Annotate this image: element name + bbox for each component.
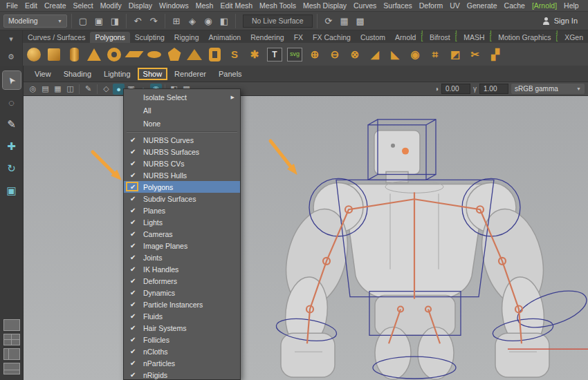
- menu-item-ncloths[interactable]: ✔nCloths: [124, 345, 240, 357]
- shelf-icon-separate[interactable]: ◣: [386, 46, 404, 64]
- shelf-tab-mash[interactable]: MASH: [459, 32, 489, 43]
- grease-pencil-icon[interactable]: ✎: [82, 84, 94, 95]
- panel-menu-view[interactable]: View: [29, 68, 57, 80]
- layout-split-pane-button[interactable]: [3, 363, 20, 374]
- shelf-icon-extrude[interactable]: ⌗: [426, 46, 444, 64]
- menu-item-cameras[interactable]: ✔Cameras: [124, 228, 240, 240]
- snap-point-icon[interactable]: ◉: [201, 14, 215, 28]
- redo-icon[interactable]: ↷: [147, 14, 160, 28]
- menu-select[interactable]: Select: [70, 1, 97, 10]
- shelf-tab-curves-surfaces[interactable]: Curves / Surfaces: [23, 32, 90, 43]
- menu-item-deformers[interactable]: ✔Deformers: [124, 275, 240, 287]
- menu-item-none[interactable]: None: [124, 117, 240, 130]
- shelf-icon-poly-cone[interactable]: [85, 46, 103, 64]
- menu-cache[interactable]: Cache: [501, 1, 529, 10]
- menu-item-nurbs-surfaces[interactable]: ✔NURBS Surfaces: [124, 146, 240, 158]
- shelf-tab-fx-caching[interactable]: FX Caching: [308, 32, 356, 43]
- menu-edit-mesh[interactable]: Edit Mesh: [217, 1, 256, 10]
- shelf-tab-rigging[interactable]: Rigging: [169, 32, 204, 43]
- shelf-icon-quad-draw[interactable]: ▞: [486, 46, 504, 64]
- shelf-tab-bifrost[interactable]: Bifrost: [425, 32, 455, 43]
- exposure-field[interactable]: 0.00: [441, 84, 470, 94]
- layout-single-pane-button[interactable]: [3, 319, 20, 331]
- menu-modify[interactable]: Modify: [97, 1, 125, 10]
- menu-item-nurbs-hulls[interactable]: ✔NURBS Hulls: [124, 169, 240, 181]
- menu-edit[interactable]: Edit: [21, 1, 41, 10]
- construction-history-icon[interactable]: ⟳: [322, 14, 336, 28]
- menu-deform[interactable]: Deform: [416, 1, 446, 10]
- wireframe-icon[interactable]: ◇: [100, 84, 112, 95]
- lasso-tool[interactable]: ◌: [3, 93, 21, 111]
- panel-menu-shading[interactable]: Shading: [58, 68, 97, 80]
- menu-item-polygons[interactable]: ✔ Polygons: [124, 181, 240, 193]
- menu-create[interactable]: Create: [41, 1, 70, 10]
- save-scene-icon[interactable]: ◨: [108, 14, 122, 28]
- menu-item-lights[interactable]: ✔Lights: [124, 216, 240, 228]
- menu-item-follicles[interactable]: ✔Follicles: [124, 334, 240, 345]
- menu-item-particle-instancers[interactable]: ✔Particle Instancers: [124, 298, 240, 310]
- bookmark-icon[interactable]: ▤: [39, 84, 51, 95]
- shelf-icon-poly-pipe[interactable]: [205, 46, 223, 64]
- snap-plane-icon[interactable]: ◧: [217, 14, 231, 28]
- shelf-tab-rendering[interactable]: Rendering: [246, 32, 288, 43]
- menu-item-planes[interactable]: ✔Planes: [124, 205, 240, 216]
- panel-menu-lighting[interactable]: Lighting: [98, 68, 136, 80]
- two-d-pan-icon[interactable]: ◫: [64, 84, 76, 95]
- select-tool[interactable]: ➤: [3, 71, 21, 89]
- shelf-icon-combine[interactable]: ◢: [366, 46, 384, 64]
- menu-item-all[interactable]: All: [124, 104, 240, 117]
- menu-file[interactable]: File: [3, 1, 21, 10]
- shelf-icon-poly-platonic[interactable]: [165, 46, 183, 64]
- image-plane-icon[interactable]: ▦: [52, 84, 64, 95]
- menu-item-dynamics[interactable]: ✔Dynamics: [124, 287, 240, 298]
- panel-menu-renderer[interactable]: Renderer: [169, 68, 212, 80]
- panel-menu-show[interactable]: Show: [138, 68, 168, 80]
- rotate-tool[interactable]: ↻: [3, 160, 21, 178]
- move-tool[interactable]: ✚: [3, 137, 21, 155]
- menu-item-subdiv-surfaces[interactable]: ✔Subdiv Surfaces: [124, 193, 240, 205]
- menu-arnold[interactable]: [Arnold]: [529, 1, 560, 10]
- shelf-icon-svg-tool[interactable]: svg: [286, 46, 304, 64]
- menu-generate[interactable]: Generate: [463, 1, 501, 10]
- shelf-icon-poly-gear[interactable]: ✱: [246, 46, 264, 64]
- shelf-icon-poly-plane[interactable]: [125, 46, 143, 64]
- panel-menu-panels[interactable]: Panels: [213, 68, 248, 80]
- menu-uv[interactable]: UV: [446, 1, 463, 10]
- shelf-tab-arnold[interactable]: Arnold: [390, 32, 421, 43]
- render-icon[interactable]: ▦: [338, 14, 351, 28]
- shelf-icon-boolean-difference[interactable]: ⊖: [326, 46, 344, 64]
- menu-item-fluids[interactable]: ✔Fluids: [124, 310, 240, 322]
- live-surface-field[interactable]: No Live Surface: [243, 15, 313, 28]
- open-scene-icon[interactable]: ▣: [92, 14, 106, 28]
- menuset-dropdown[interactable]: Modeling ▼: [3, 15, 67, 28]
- shelf-tab-fx[interactable]: FX: [289, 32, 308, 43]
- menu-item-nrigids[interactable]: ✔nRigids: [124, 369, 240, 380]
- shelf-tab-xgen[interactable]: XGen: [560, 32, 588, 43]
- layout-four-pane-button[interactable]: [3, 334, 20, 345]
- menu-item-hair-systems[interactable]: ✔Hair Systems: [124, 322, 240, 334]
- shelf-tab-sculpting[interactable]: Sculpting: [130, 32, 169, 43]
- shelf-tab-custom[interactable]: Custom: [356, 32, 390, 43]
- shelf-tab-animation[interactable]: Animation: [203, 32, 246, 43]
- viewport-3d[interactable]: [24, 96, 588, 380]
- shelf-menu-icon[interactable]: ▾: [9, 35, 13, 44]
- shelf-icon-boolean-intersect[interactable]: ⊗: [346, 46, 364, 64]
- menu-curves[interactable]: Curves: [350, 1, 380, 10]
- ipr-render-icon[interactable]: ▩: [353, 14, 367, 28]
- scale-tool[interactable]: ▣: [3, 182, 21, 200]
- snap-grid-icon[interactable]: ⊞: [169, 14, 183, 28]
- shelf-icon-poly-cube[interactable]: [45, 46, 63, 64]
- shelf-icon-poly-disc[interactable]: [145, 46, 163, 64]
- shelf-gear-icon[interactable]: ⚙: [8, 53, 15, 61]
- shelf-icon-poly-torus[interactable]: [105, 46, 123, 64]
- menu-item-isolate-select[interactable]: Isolate Select ▶: [124, 91, 240, 104]
- menu-mesh-display[interactable]: Mesh Display: [300, 1, 350, 10]
- menu-item-nparticles[interactable]: ✔nParticles: [124, 357, 240, 369]
- shelf-icon-poly-sphere[interactable]: [25, 46, 43, 64]
- shelf-tab-polygons[interactable]: Polygons: [90, 32, 129, 43]
- menu-display[interactable]: Display: [125, 1, 156, 10]
- paint-select-tool[interactable]: ✎: [3, 115, 21, 133]
- shelf-icon-multi-cut[interactable]: ✂: [466, 46, 484, 64]
- shelf-tab-motion-graphics[interactable]: Motion Graphics: [493, 32, 555, 43]
- menu-mesh-tools[interactable]: Mesh Tools: [256, 1, 300, 10]
